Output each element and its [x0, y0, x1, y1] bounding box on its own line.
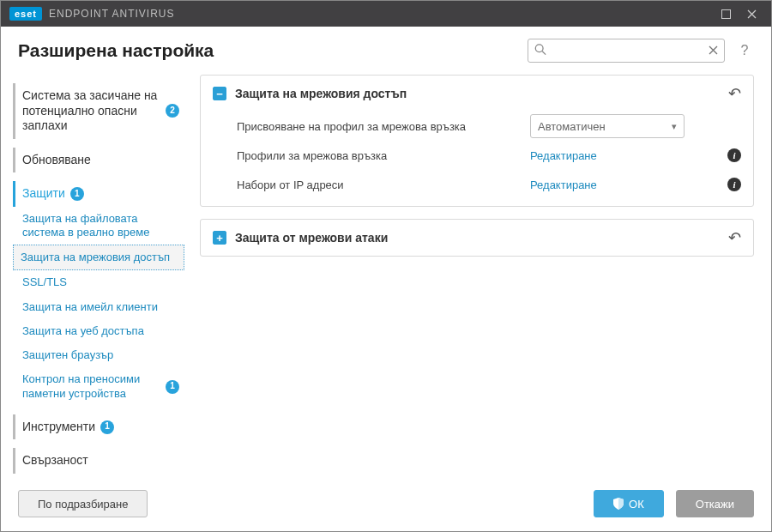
sidebar: Система за засичане на потенциално опасн…	[1, 71, 191, 481]
panel-network-attack: + Защита от мрежови атаки ↶	[200, 219, 754, 257]
search-wrap	[528, 39, 725, 63]
panel-title: Защита на мрежовия достъп	[235, 87, 720, 100]
edit-ipsets-link[interactable]: Редактиране	[530, 178, 597, 191]
sidebar-sub-realtime-fs[interactable]: Защита на файловата система в реално вре…	[13, 207, 184, 245]
sidebar-badge: 1	[166, 380, 179, 394]
main-content: − Защита на мрежовия достъп ↶ Присвояван…	[191, 71, 771, 481]
sidebar-item-label: SSL/TLS	[22, 275, 67, 289]
brand-badge: eset	[9, 7, 42, 21]
sidebar-item-protections[interactable]: Защити 1	[13, 181, 184, 207]
sidebar-badge: 2	[166, 104, 179, 118]
panel-title: Защита от мрежови атаки	[235, 231, 720, 245]
sidebar-item-detection-engine[interactable]: Система за засичане на потенциално опасн…	[13, 83, 184, 139]
sidebar-item-label: Свързаност	[22, 453, 88, 469]
info-icon[interactable]: i	[727, 148, 741, 162]
window-close-icon[interactable]	[739, 1, 764, 27]
dropdown-value: Автоматичен	[538, 120, 606, 133]
setting-label: Набори от IP адреси	[237, 178, 520, 191]
cancel-button[interactable]: Откажи	[676, 490, 754, 517]
sidebar-item-label: Инструменти	[22, 420, 95, 435]
clear-search-icon[interactable]	[709, 44, 718, 57]
sidebar-sub-ssl-tls[interactable]: SSL/TLS	[13, 270, 184, 294]
expand-icon[interactable]: +	[213, 231, 226, 245]
edit-profiles-link[interactable]: Редактиране	[530, 149, 597, 162]
undo-icon[interactable]: ↶	[728, 84, 741, 103]
panel-header[interactable]: + Защита от мрежови атаки ↶	[201, 220, 753, 256]
svg-rect-0	[721, 9, 730, 18]
sidebar-item-label: Защитен браузър	[22, 348, 113, 362]
info-icon[interactable]: i	[727, 178, 741, 191]
page-title: Разширена настройка	[18, 40, 517, 61]
window-maximize-icon[interactable]	[713, 1, 739, 27]
collapse-icon[interactable]: −	[213, 87, 226, 100]
brand-text: ENDPOINT ANTIVIRUS	[49, 8, 174, 20]
sidebar-item-label: Защита на имейл клиенти	[22, 300, 158, 314]
sidebar-item-tools[interactable]: Инструменти 1	[13, 414, 184, 440]
setting-row-connection-profiles: Профили за мрежова връзка Редактиране i	[237, 141, 741, 170]
sidebar-sub-secure-browser[interactable]: Защитен браузър	[13, 343, 184, 367]
setting-label: Профили за мрежова връзка	[237, 149, 520, 162]
titlebar: eset ENDPOINT ANTIVIRUS	[1, 1, 771, 27]
sidebar-item-label: Защита на мрежовия достъп	[21, 251, 170, 264]
sidebar-badge: 1	[100, 420, 114, 434]
undo-icon[interactable]: ↶	[728, 228, 741, 247]
setting-row-profile-assignment: Присвояване на профил за мрежова връзка …	[237, 112, 741, 141]
sidebar-item-label: Контрол на преносими паметни устройства	[22, 372, 160, 401]
header: Разширена настройка ?	[1, 27, 771, 71]
sidebar-sub-email-clients[interactable]: Защита на имейл клиенти	[13, 295, 184, 319]
setting-row-ip-sets: Набори от IP адреси Редактиране i	[237, 170, 741, 199]
ok-button[interactable]: ОК	[594, 490, 664, 517]
sidebar-item-label: Обновяване	[22, 153, 91, 168]
help-button[interactable]: ?	[735, 41, 754, 60]
sidebar-item-label: Защита на файловата система в реално вре…	[22, 212, 179, 240]
ok-button-label: ОК	[629, 498, 644, 511]
setting-label: Присвояване на профил за мрежова връзка	[237, 120, 520, 133]
sidebar-sub-web-access[interactable]: Защита на уеб достъпа	[13, 319, 184, 343]
footer: По подразбиране ОК Откажи	[1, 481, 771, 526]
sidebar-sub-removable-media[interactable]: Контрол на преносими паметни устройства …	[13, 367, 184, 406]
sidebar-item-label: Защита на уеб достъпа	[22, 324, 144, 338]
panel-network-access: − Защита на мрежовия достъп ↶ Присвояван…	[200, 75, 754, 207]
chevron-down-icon: ▾	[672, 121, 677, 132]
brand-logo: eset ENDPOINT ANTIVIRUS	[9, 7, 175, 21]
sidebar-item-update[interactable]: Обновяване	[13, 148, 184, 173]
sidebar-item-connectivity[interactable]: Свързаност	[13, 448, 184, 474]
defaults-button[interactable]: По подразбиране	[18, 490, 148, 517]
sidebar-sub-network-access[interactable]: Защита на мрежовия достъп	[13, 245, 184, 270]
profile-assignment-dropdown[interactable]: Автоматичен ▾	[530, 114, 685, 138]
sidebar-item-label: Система за засичане на потенциално опасн…	[22, 88, 160, 134]
sidebar-badge: 1	[70, 187, 84, 201]
sidebar-item-label: Защити	[22, 186, 65, 202]
panel-header[interactable]: − Защита на мрежовия достъп ↶	[201, 76, 753, 112]
search-input[interactable]	[528, 39, 725, 63]
shield-icon	[613, 498, 624, 510]
